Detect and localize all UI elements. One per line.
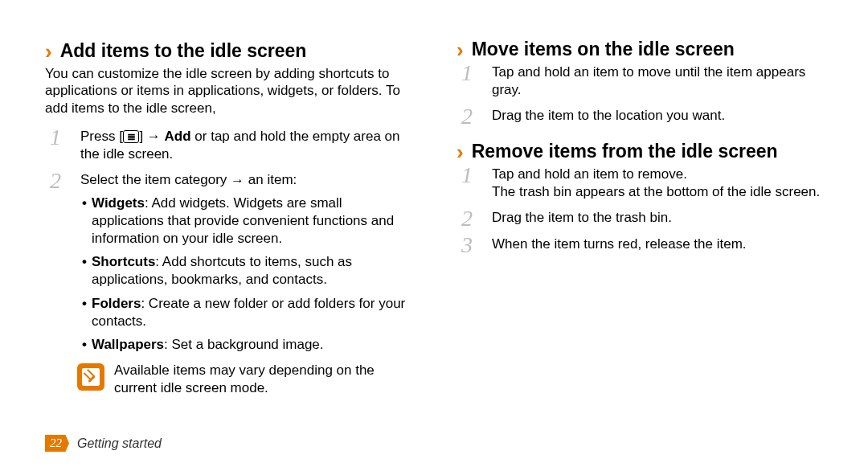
step1-bold: Add [165, 129, 191, 144]
step1-post: ] → [139, 129, 164, 144]
chapter-title: Getting started [77, 436, 162, 451]
category-widgets: Widgets: Add widgets. Widgets are small … [82, 195, 411, 248]
widgets-label: Widgets [92, 195, 145, 211]
move-steps: Tap and hold an item to move until the i… [457, 63, 823, 125]
remove-step-1a: Tap and hold an item to remove. [492, 166, 687, 182]
heading-move-items-text: Move items on the idle screen [472, 39, 735, 60]
page-number: 22 [45, 435, 69, 452]
arrow-right-icon: → [231, 172, 244, 190]
move-step-2: Drag the item to the location you want. [476, 107, 823, 125]
step2-post: an item: [244, 172, 297, 187]
svg-rect-0 [88, 375, 95, 383]
chevron-icon: › [457, 39, 464, 60]
heading-move-items: › Move items on the idle screen [457, 39, 823, 60]
remove-steps: Tap and hold an item to remove. The tras… [457, 166, 823, 252]
add-steps: Press [≣] → Add or tap and hold the empt… [45, 128, 411, 354]
heading-add-items: › Add items to the idle screen [45, 40, 411, 62]
item-category-list: Widgets: Add widgets. Widgets are small … [80, 195, 411, 354]
step1-pre: Press [ [80, 129, 123, 144]
shortcuts-label: Shortcuts [92, 254, 155, 269]
remove-step-2: Drag the item to the trash bin. [476, 209, 823, 227]
chevron-icon: › [45, 41, 52, 62]
remove-step-1b: The trash bin appears at the bottom of t… [492, 184, 820, 199]
page-footer: 22 Getting started [45, 435, 162, 452]
add-step-1: Press [≣] → Add or tap and hold the empt… [64, 128, 411, 163]
remove-step-3: When the item turns red, release the ite… [476, 236, 823, 253]
note-block: Available items may vary depending on th… [77, 362, 411, 397]
wallpapers-label: Wallpapers [92, 337, 164, 352]
add-intro-text: You can customize the idle screen by add… [45, 65, 411, 117]
heading-add-items-text: Add items to the idle screen [60, 40, 307, 62]
heading-remove-items: › Remove items from the idle screen [457, 141, 823, 162]
folders-label: Folders [92, 296, 141, 311]
category-folders: Folders: Create a new folder or add fold… [82, 295, 411, 330]
add-step-2: Select the item category → an item: Widg… [64, 171, 411, 354]
category-shortcuts: Shortcuts: Add shortcuts to items, such … [82, 253, 411, 289]
move-step-1: Tap and hold an item to move until the i… [476, 63, 823, 99]
menu-key-icon: ≣ [123, 130, 140, 143]
chevron-icon: › [457, 141, 464, 162]
pen-icon [84, 371, 97, 383]
note-text: Available items may vary depending on th… [114, 362, 411, 397]
remove-step-1: Tap and hold an item to remove. The tras… [476, 166, 823, 201]
left-column: › Add items to the idle screen You can c… [45, 39, 411, 397]
wallpapers-text: : Set a background image. [164, 337, 323, 352]
right-column: › Move items on the idle screen Tap and … [457, 39, 823, 397]
heading-remove-items-text: Remove items from the idle screen [472, 141, 778, 162]
category-wallpapers: Wallpapers: Set a background image. [82, 336, 411, 354]
step2-pre: Select the item category [80, 172, 231, 187]
note-icon [77, 363, 104, 391]
